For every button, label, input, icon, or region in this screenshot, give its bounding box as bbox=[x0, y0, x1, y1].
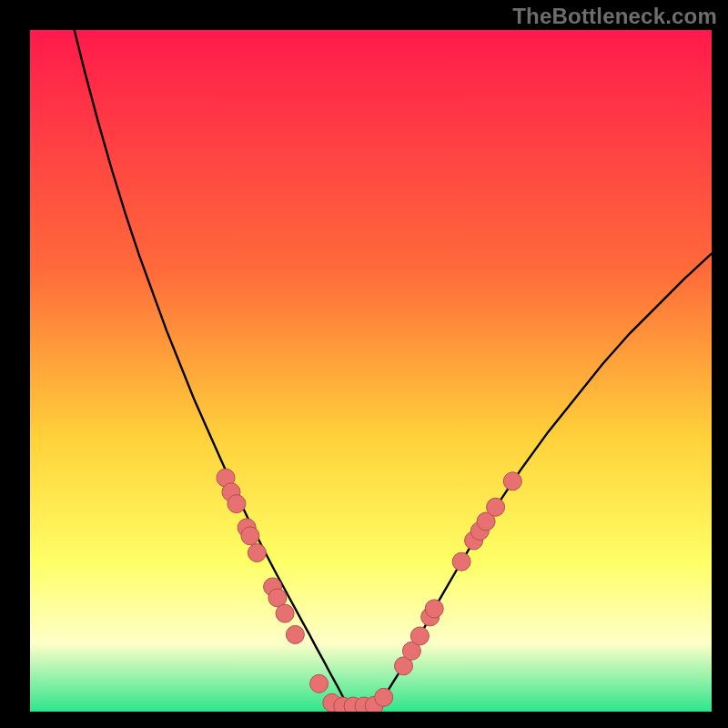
data-dot bbox=[375, 688, 393, 706]
data-dot bbox=[487, 498, 505, 516]
data-dot bbox=[248, 544, 266, 562]
data-dot bbox=[425, 600, 443, 618]
chart-svg bbox=[30, 30, 712, 712]
data-dot bbox=[276, 604, 294, 622]
data-dot bbox=[241, 527, 259, 545]
data-dot bbox=[228, 495, 246, 513]
chart-frame: TheBottleneck.com bbox=[0, 0, 728, 728]
data-dot bbox=[286, 625, 304, 643]
data-dot bbox=[452, 552, 470, 571]
data-dot bbox=[410, 627, 429, 645]
attribution-label: TheBottleneck.com bbox=[512, 4, 717, 29]
chart-background bbox=[30, 30, 712, 712]
data-dot bbox=[503, 472, 521, 490]
chart-plot-area bbox=[30, 30, 712, 712]
data-dot bbox=[310, 674, 329, 693]
